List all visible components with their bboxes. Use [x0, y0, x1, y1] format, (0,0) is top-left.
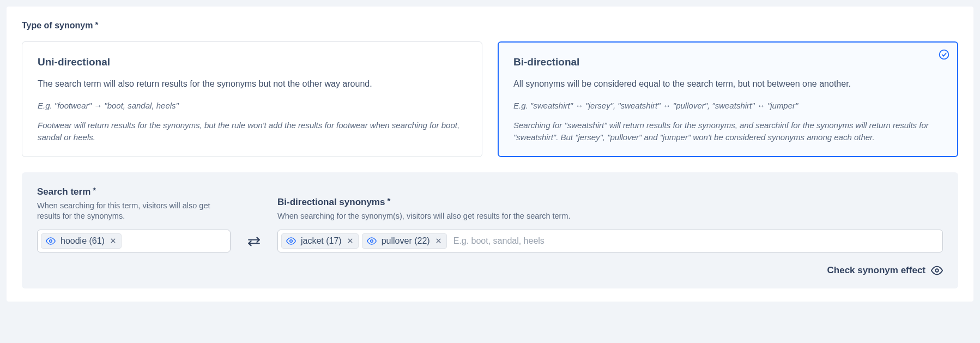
svg-point-9 — [370, 240, 373, 243]
option-bi-footnote: Searching for "sweatshirt" will return r… — [513, 119, 942, 143]
type-options-row: Uni-directional The search term will als… — [22, 41, 958, 157]
option-uni-title: Uni-directional — [38, 56, 467, 68]
option-bi-directional[interactable]: Bi-directional All synonyms will be cons… — [498, 41, 958, 157]
svg-point-12 — [935, 269, 939, 272]
eye-icon[interactable] — [46, 236, 56, 246]
remove-tag-icon[interactable] — [110, 237, 117, 244]
svg-point-1 — [50, 240, 52, 243]
eye-icon[interactable] — [367, 236, 377, 246]
synonyms-block: Bi-directional synonyms * When searching… — [277, 197, 943, 252]
search-term-label: Search term * — [37, 186, 231, 197]
search-term-tag: hoodie (61) — [41, 233, 122, 249]
option-uni-desc: The search term will also return results… — [38, 78, 467, 90]
section-title-text: Type of synonym — [22, 21, 93, 31]
option-bi-example: E.g. "sweatshirt" ↔ "jersey", "sweatshir… — [513, 100, 942, 112]
synonyms-help: When searching for the synonym(s), visit… — [277, 211, 943, 222]
required-asterisk: * — [95, 20, 98, 29]
fields-row: Search term * When searching for this te… — [37, 186, 943, 252]
check-circle-icon — [939, 49, 949, 62]
required-asterisk: * — [93, 185, 96, 195]
option-uni-directional[interactable]: Uni-directional The search term will als… — [22, 41, 482, 157]
search-term-help: When searching for this term, visitors w… — [37, 201, 231, 222]
section-title: Type of synonym * — [22, 21, 958, 31]
search-term-label-text: Search term — [37, 186, 90, 197]
required-asterisk: * — [387, 196, 390, 205]
eye-icon — [931, 264, 943, 276]
synonym-tag: pullover (22) — [362, 233, 447, 249]
synonym-tag: jacket (17) — [281, 233, 359, 249]
search-term-block: Search term * When searching for this te… — [37, 186, 231, 252]
synonyms-label: Bi-directional synonyms * — [277, 197, 943, 208]
synonyms-text-input[interactable] — [450, 234, 939, 248]
tag-label: hoodie (61) — [61, 236, 105, 246]
synonyms-input[interactable]: jacket (17) pullover (22) — [277, 230, 943, 252]
tag-label: pullover (22) — [382, 236, 430, 246]
tag-label: jacket (17) — [301, 236, 342, 246]
eye-icon[interactable] — [286, 236, 296, 246]
option-bi-desc: All synonyms will be considered equal to… — [513, 78, 942, 90]
svg-point-0 — [940, 50, 949, 59]
check-synonym-effect-link[interactable]: Check synonym effect — [37, 264, 943, 276]
search-term-input[interactable]: hoodie (61) — [37, 230, 231, 252]
synonyms-label-text: Bi-directional synonyms — [277, 197, 385, 208]
terms-section: Search term * When searching for this te… — [22, 172, 958, 288]
arrow-between-icon — [244, 231, 264, 252]
synonym-panel: Type of synonym * Uni-directional The se… — [7, 7, 973, 302]
option-uni-example: E.g. "footwear" → "boot, sandal, heels" — [38, 100, 467, 112]
remove-tag-icon[interactable] — [347, 237, 354, 244]
option-bi-title: Bi-directional — [513, 56, 942, 68]
check-synonym-effect-label: Check synonym effect — [827, 265, 925, 276]
option-uni-footnote: Footwear will return results for the syn… — [38, 119, 467, 143]
svg-point-6 — [290, 240, 293, 243]
remove-tag-icon[interactable] — [435, 237, 442, 244]
